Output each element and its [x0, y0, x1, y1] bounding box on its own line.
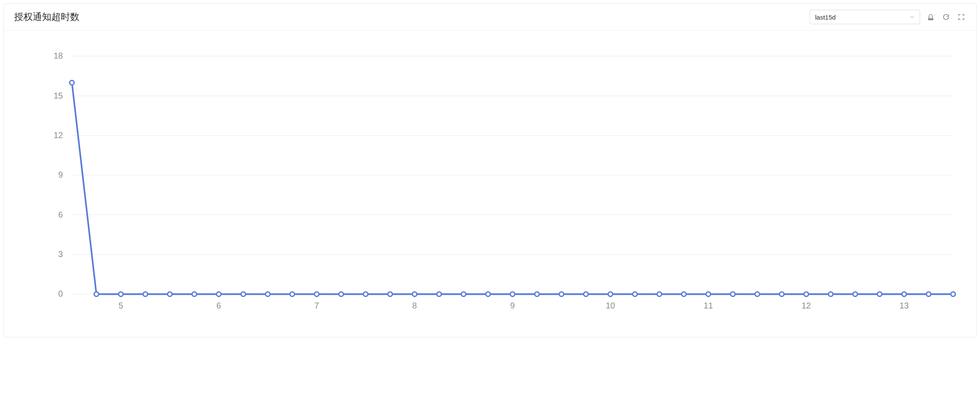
data-point [486, 292, 490, 297]
data-point [878, 292, 882, 297]
data-point [437, 292, 442, 297]
data-point [559, 292, 564, 297]
data-point [70, 80, 74, 85]
x-tick-label: 12 [802, 301, 811, 310]
data-point [217, 292, 221, 297]
data-point [951, 292, 955, 297]
data-point [633, 292, 637, 297]
data-point [94, 292, 99, 297]
data-point [388, 292, 393, 297]
data-point [853, 292, 858, 297]
data-point [657, 292, 662, 297]
alert-icon[interactable] [926, 12, 935, 22]
data-point [241, 292, 246, 297]
time-range-select[interactable]: last15d [810, 10, 920, 24]
refresh-icon[interactable] [941, 12, 951, 22]
x-tick-label: 13 [900, 301, 909, 310]
data-point [583, 292, 588, 297]
data-point [510, 292, 515, 297]
line-chart: 03691215185678910111213 [14, 43, 966, 320]
data-point [535, 292, 539, 297]
data-point [290, 292, 295, 297]
data-point [779, 292, 784, 297]
data-point [608, 292, 613, 297]
data-point [339, 292, 344, 297]
data-point [192, 292, 197, 297]
data-point [143, 292, 148, 297]
fullscreen-icon[interactable] [957, 12, 966, 22]
data-point [902, 292, 906, 297]
x-tick-label: 10 [606, 301, 615, 310]
y-tick-label: 9 [58, 170, 63, 179]
panel-actions: last15d [810, 10, 966, 24]
panel-title: 授权通知超时数 [14, 11, 79, 23]
y-tick-label: 15 [54, 91, 63, 100]
data-point [461, 292, 466, 297]
data-point [363, 292, 368, 297]
chart-panel: 授权通知超时数 last15d 03691215185678910111213 [3, 3, 977, 337]
y-tick-label: 3 [58, 249, 63, 259]
data-point [706, 292, 711, 297]
x-tick-label: 6 [216, 301, 221, 310]
data-point [167, 292, 172, 297]
data-point [755, 292, 760, 297]
data-point [828, 292, 833, 297]
data-point [926, 292, 931, 297]
x-tick-label: 11 [704, 301, 713, 310]
y-tick-label: 18 [54, 51, 63, 60]
data-point [682, 292, 686, 297]
data-point [119, 292, 123, 297]
chevron-down-icon [909, 14, 915, 20]
select-value: last15d [815, 14, 836, 21]
data-point [731, 292, 735, 297]
data-line [72, 82, 953, 294]
data-point [266, 292, 270, 297]
y-tick-label: 12 [54, 130, 63, 140]
y-tick-label: 0 [58, 289, 63, 298]
data-point [314, 292, 319, 297]
x-tick-label: 9 [510, 301, 515, 310]
x-tick-label: 8 [412, 301, 417, 310]
data-point [804, 292, 809, 297]
x-tick-label: 5 [119, 301, 123, 310]
x-tick-label: 7 [314, 301, 319, 310]
panel-header: 授权通知超时数 last15d [4, 4, 976, 31]
data-point [412, 292, 417, 297]
y-tick-label: 6 [58, 210, 63, 219]
chart-body: 03691215185678910111213 [4, 31, 976, 337]
